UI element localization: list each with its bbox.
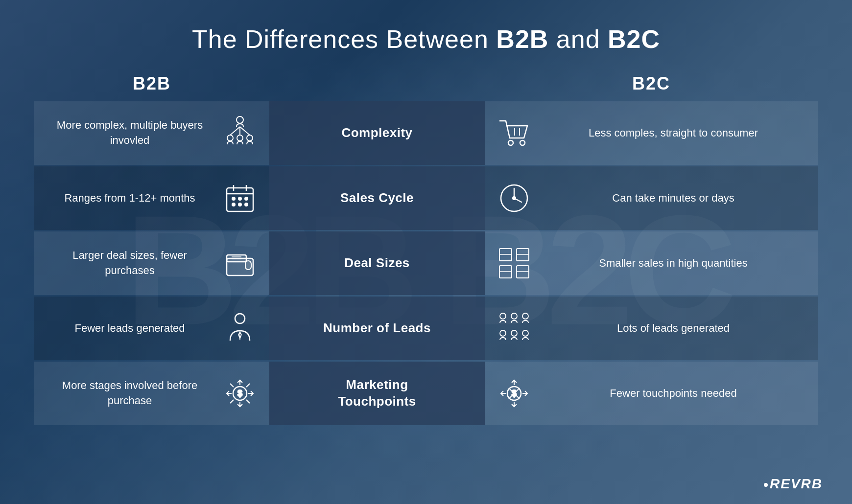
cell-b2c-leads: Lots of leads generated <box>485 297 818 360</box>
mid-label-deal-sizes: Deal Sizes <box>344 255 410 272</box>
clock-icon <box>495 181 534 215</box>
b2c-sales-cycle-text: Can take minutes or days <box>544 191 803 206</box>
b2c-leads-text: Lots of leads generated <box>544 321 803 336</box>
table-row: More stages involved before purchase $ <box>34 362 818 425</box>
mid-label-sales-cycle: Sales Cycle <box>340 190 414 206</box>
svg-point-16 <box>238 197 241 200</box>
svg-point-44 <box>500 330 506 336</box>
svg-rect-27 <box>245 261 251 270</box>
b2b-complexity-text: More complex, multiple buyers invovled <box>49 118 211 148</box>
svg-rect-26 <box>227 255 246 262</box>
many-people-icon <box>495 311 534 345</box>
col-header-b2b: B2B <box>34 73 269 94</box>
svg-point-0 <box>237 116 243 123</box>
b2b-touchpoints-text: More stages involved before purchase <box>49 378 211 409</box>
table-row: Fewer leads generated Number of Leads <box>34 297 818 360</box>
cart-icon <box>495 116 534 150</box>
cell-b2b-complexity: More complex, multiple buyers invovled <box>34 101 269 165</box>
cell-b2b-sales-cycle: Ranges from 1-12+ months <box>34 166 269 230</box>
col-header-mid <box>269 73 485 94</box>
svg-point-7 <box>508 140 513 145</box>
boxes-icon <box>495 246 534 280</box>
svg-point-8 <box>520 140 525 145</box>
svg-line-6 <box>240 127 250 135</box>
touchpoints-b2c-icon: $ <box>495 376 534 411</box>
comparison-table: More complex, multiple buyers invovled <box>34 101 818 425</box>
table-row: Larger deal sizes, fewer purchases Deal … <box>34 231 818 295</box>
b2b-title: B2B <box>496 25 548 53</box>
cell-b2c-deal-sizes: Smaller sales in high quantities <box>485 231 818 295</box>
svg-point-38 <box>235 314 245 323</box>
b2b-deal-sizes-text: Larger deal sizes, fewer purchases <box>49 248 211 278</box>
wallet-icon <box>220 246 260 280</box>
cell-b2b-touchpoints: More stages involved before purchase $ <box>34 362 269 425</box>
table-row: More complex, multiple buyers invovled <box>34 101 818 165</box>
calendar-icon <box>220 181 260 215</box>
column-headers: B2B B2C <box>34 73 818 94</box>
svg-text:$: $ <box>237 389 242 398</box>
b2b-leads-text: Fewer leads generated <box>49 321 211 336</box>
b2c-complexity-text: Less comples, straight to consumer <box>544 126 803 141</box>
cell-mid-deal-sizes: Deal Sizes <box>269 231 485 295</box>
mid-label-complexity: Complexity <box>341 125 412 141</box>
svg-point-2 <box>237 135 243 141</box>
cell-b2c-sales-cycle: Can take minutes or days <box>485 166 818 230</box>
b2b-sales-cycle-text: Ranges from 1-12+ months <box>49 191 211 206</box>
svg-point-19 <box>238 203 241 206</box>
cell-mid-complexity: Complexity <box>269 101 485 165</box>
cell-b2b-deal-sizes: Larger deal sizes, fewer purchases <box>34 231 269 295</box>
table-row: Ranges from 1-12+ months <box>34 166 818 230</box>
logo: REVRB <box>764 476 823 492</box>
svg-point-42 <box>511 313 517 319</box>
svg-point-18 <box>232 203 235 206</box>
svg-line-53 <box>230 384 234 387</box>
svg-point-41 <box>500 313 506 319</box>
b2c-touchpoints-text: Fewer touchpoints needed <box>544 386 803 401</box>
svg-point-24 <box>513 197 516 200</box>
svg-point-45 <box>511 330 517 336</box>
svg-point-46 <box>522 330 528 336</box>
mid-label-leads: Number of Leads <box>323 320 431 337</box>
svg-point-1 <box>227 135 233 141</box>
hierarchy-icon <box>220 116 260 150</box>
cell-b2c-complexity: Less comples, straight to consumer <box>485 101 818 165</box>
cell-mid-sales-cycle: Sales Cycle <box>269 166 485 230</box>
col-header-b2c: B2C <box>485 73 818 94</box>
businessman-icon <box>220 311 260 345</box>
touchpoints-b2b-icon: $ <box>220 376 260 411</box>
cell-b2b-leads: Fewer leads generated <box>34 297 269 360</box>
mid-label-touchpoints: Marketing Touchpoints <box>338 377 416 410</box>
svg-line-55 <box>246 384 250 387</box>
svg-line-4 <box>230 127 240 135</box>
cell-mid-touchpoints: Marketing Touchpoints <box>269 362 485 425</box>
b2c-deal-sizes-text: Smaller sales in high quantities <box>544 256 803 271</box>
svg-point-17 <box>245 197 248 200</box>
cell-mid-leads: Number of Leads <box>269 297 485 360</box>
svg-point-43 <box>522 313 528 319</box>
svg-point-3 <box>247 135 253 141</box>
svg-point-15 <box>232 197 235 200</box>
svg-line-56 <box>230 400 234 403</box>
svg-point-20 <box>245 203 248 206</box>
page-title: The Differences Between B2B and B2C <box>192 24 660 54</box>
cell-b2c-touchpoints: $ Fewer touchpoi <box>485 362 818 425</box>
b2c-title: B2C <box>608 25 660 53</box>
svg-line-54 <box>246 400 250 403</box>
